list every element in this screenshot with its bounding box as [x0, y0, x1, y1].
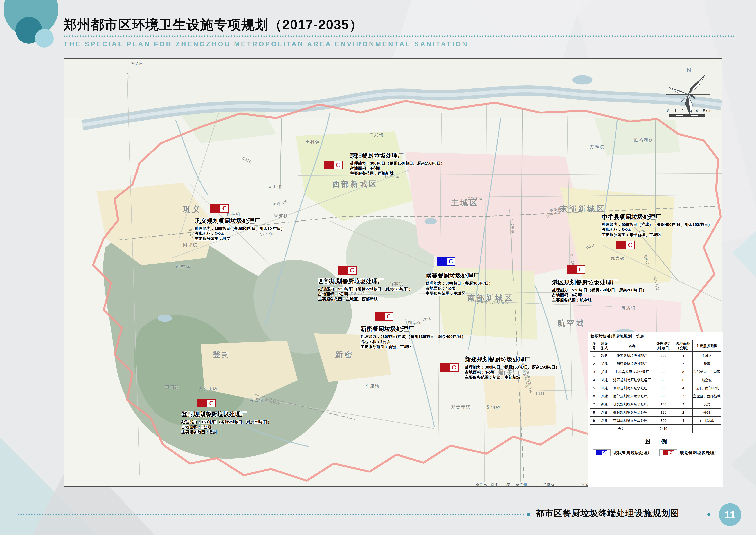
marker-letter: C: [602, 451, 607, 455]
facility-name: 新郑规划餐厨垃圾处理厂: [465, 355, 559, 364]
facility-marker-icon[interactable]: C: [616, 241, 635, 249]
facility-marker-icon[interactable]: C: [567, 265, 585, 274]
table-row: 8新建登封规划餐厨垃圾处理厂1502登封: [590, 408, 721, 416]
scale-bar: [669, 114, 705, 117]
facility-marker-icon[interactable]: C: [338, 266, 357, 274]
facility-detail-line: 处理能力：300吨/日（餐厨150吨/日、厨余150吨/日）: [465, 365, 559, 370]
table-cell: 新建: [598, 416, 611, 425]
facility-detail-line: 占地面积：4公顷: [350, 166, 445, 171]
table-cell: 300: [653, 416, 674, 425]
map-canvas[interactable]: 巩义西部新城区主城区东部新城区南部新城区航空城新密登封新郑王村镇广武镇万滩镇雁鸣…: [64, 58, 722, 487]
table-cell: 巩义规划餐厨垃圾处理厂: [611, 400, 653, 408]
scale-tick: 5km: [703, 109, 710, 113]
map-edge-label: 至许昌、南阳、重庆: [476, 482, 510, 488]
table-row: 2扩建新密餐厨垃圾处理厂5307新密: [590, 360, 721, 368]
facility-detail-line: 占地面积：6公顷: [552, 293, 646, 298]
table-cell: 5: [590, 384, 598, 392]
table-cell: 新建: [598, 384, 611, 392]
road-label: S321: [421, 317, 431, 322]
scale-bar-ticks: 012345km: [667, 109, 714, 113]
table-cell: 9: [590, 416, 598, 425]
table-cell: 1: [590, 352, 598, 360]
town-label: 颍阳镇: [165, 384, 180, 390]
page-title: 郑州都市区环境卫生设施专项规划（2017-2035）: [63, 16, 363, 34]
facility-callout: 中牟县餐厨垃圾处理厂处理能力：600吨/日（扩建）（餐厨450吨/日、厨余150…: [602, 213, 712, 237]
facility-name: 新密餐厨垃圾处理厂: [361, 325, 466, 333]
table-total-cell: –: [674, 425, 692, 433]
page-subtitle: THE SPECIAL PLAN FOR ZHENGZHOU METROPOLI…: [64, 40, 468, 48]
facility-table: 序号建设 形式名称处理能力 （吨每日）占地面积 （公顷）主要服务范围 1现状侯寨…: [590, 340, 721, 433]
table-cell: 西部新城: [692, 416, 721, 425]
table-cell: 7: [674, 392, 692, 400]
facility-detail-line: 主要服务范围：东部新城、主城区: [602, 232, 712, 237]
footer-caption: 都市区餐厨垃圾终端处理设施规划图: [535, 508, 680, 519]
facility-name: 登封规划餐厨垃圾处理厂: [181, 410, 271, 418]
facility-detail-line: 主要服务范围：新密、主城区: [361, 344, 466, 349]
road-label: 金水大道: [468, 196, 483, 201]
facility-detail-line: 占地面积：2公顷: [181, 425, 271, 430]
facility-detail-line: 主要服务范围：登封: [181, 430, 271, 435]
town-label: 西村镇: [176, 264, 190, 269]
facility-detail-line: 占地面积：4公顷: [465, 370, 559, 375]
table-cell: 新密餐厨垃圾处理厂: [611, 360, 653, 368]
map-edge-label: 至孟州: [131, 61, 143, 66]
legend-label: 现状餐厨垃圾处理厂: [613, 450, 652, 456]
facility-marker-icon[interactable]: C: [210, 204, 229, 212]
table-cell: 4: [674, 384, 692, 392]
facility-detail-line: 处理能力：530吨/日(扩建)（餐厨130吨/日、厨余400吨/日）: [361, 334, 466, 339]
table-cell: 新建: [598, 376, 611, 384]
legend-item-existing: C现状餐厨垃圾处理厂: [593, 449, 652, 456]
region-label: 巩义: [183, 204, 202, 214]
facility-detail-line: 处理能力：160吨/日（餐厨80吨/日、厨余80吨/日）: [195, 226, 285, 231]
table-cell: 扩建: [598, 360, 611, 368]
facility-name: 荥阳餐厨垃圾处理厂: [350, 152, 445, 160]
table-cell: 300: [653, 352, 674, 360]
footer-divider-dots: [17, 513, 525, 516]
facility-detail-line: 主要服务范围：西部新城: [350, 171, 445, 176]
table-cell: 2: [674, 408, 692, 416]
facility-marker-icon[interactable]: C: [197, 399, 216, 408]
town-label: 黄店镇: [621, 305, 636, 311]
table-title: 餐厨垃圾处理设施规划一览表: [590, 334, 723, 339]
facility-detail-line: 主要服务范围：主城区、西部新城: [318, 297, 413, 302]
facility-detail-line: 占地面积：2公顷: [195, 231, 285, 236]
legend-label: 规划餐厨垃圾处理厂: [680, 450, 719, 456]
facility-detail-line: 主要服务范围：巩义: [195, 236, 285, 241]
region-label: 西部新城区: [332, 179, 378, 189]
facility-marker-icon[interactable]: C: [324, 161, 342, 169]
logo-mark: [0, 0, 61, 54]
facility-name: 巩义规划餐厨垃圾处理厂: [195, 217, 285, 225]
table-cell: 东部新城、主城区: [692, 368, 721, 376]
facility-name: 西部规划餐厨垃圾处理厂: [318, 277, 413, 286]
facility-marker-icon[interactable]: C: [440, 363, 459, 372]
table-cell: 2: [590, 360, 598, 368]
facility-detail-line: 主要服务范围：航空城: [552, 298, 646, 303]
table-cell: 6: [674, 376, 692, 384]
facility-callout: 西部规划餐厨垃圾处理厂处理能力：550吨/日（餐厨275吨/日、厨余275吨/日…: [318, 277, 413, 302]
facility-detail-line: 处理能力：550吨/日（餐厨275吨/日、厨余275吨/日）: [318, 287, 413, 292]
facility-table-panel: 餐厨垃圾处理设施规划一览表 序号建设 形式名称处理能力 （吨每日）占地面积 （公…: [588, 332, 723, 487]
table-column-header: 序号: [590, 340, 598, 352]
table-cell: 4: [590, 376, 598, 384]
marker-letter: C: [668, 451, 674, 455]
table-cell: 3: [590, 368, 598, 376]
facility-marker-icon[interactable]: C: [375, 312, 393, 321]
region-label: 登封: [213, 350, 231, 360]
table-cell: 600: [653, 368, 674, 376]
table-cell: 530: [653, 360, 674, 368]
table-body: 1现状侯寨餐厨垃圾处理厂3004主城区2扩建新密餐厨垃圾处理厂5307新密3扩建…: [590, 352, 721, 425]
road-label: G310: [585, 243, 596, 250]
table-cell: 新郑规划餐厨垃圾处理厂: [611, 384, 653, 392]
road-label: G310: [242, 156, 252, 164]
facility-detail-line: 占地面积：7公顷: [318, 292, 413, 297]
table-column-header: 主要服务范围: [692, 340, 721, 352]
legend-items: C现状餐厨垃圾处理厂C规划餐厨垃圾处理厂: [588, 449, 723, 456]
town-label: 大金店镇: [198, 386, 218, 392]
table-cell: 8: [674, 368, 692, 376]
marker-letter: C: [626, 241, 634, 249]
town-label: 回郭镇: [183, 242, 198, 248]
facility-callout: 登封规划餐厨垃圾处理厂处理能力：150吨/日（餐厨75吨/日、厨余75吨/日）占…: [181, 410, 271, 435]
table-cell: 扩建: [598, 368, 611, 376]
facility-marker-icon[interactable]: C: [437, 257, 455, 266]
scale-tick: 0: [667, 109, 674, 113]
